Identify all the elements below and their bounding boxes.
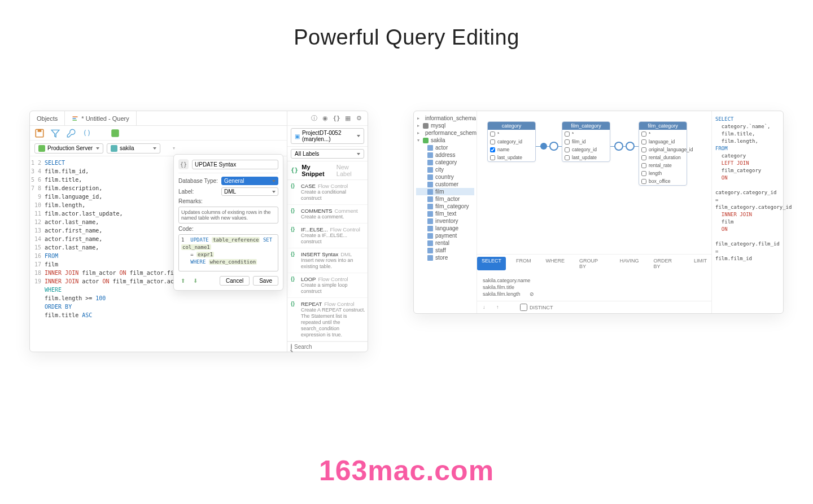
tree-db[interactable]: information_schema bbox=[416, 115, 474, 122]
tree-table[interactable]: country bbox=[416, 173, 474, 181]
tree-table[interactable]: staff bbox=[416, 247, 474, 254]
filter-icon[interactable] bbox=[50, 128, 60, 138]
search-row bbox=[287, 341, 368, 352]
snippet-item[interactable]: COMMENTSCommentCreate a comment. bbox=[287, 205, 368, 223]
relation bbox=[610, 144, 639, 148]
output-column[interactable]: sakila.category.name bbox=[483, 277, 706, 284]
tree-db[interactable]: performance_schema bbox=[416, 129, 474, 137]
braces-toggle-icon[interactable]: {} bbox=[333, 115, 340, 122]
remarks-label: Remarks: bbox=[178, 198, 219, 204]
tree-table[interactable]: payment bbox=[416, 232, 474, 239]
tab-label: * Untitled - Query bbox=[81, 115, 129, 122]
entity-table[interactable]: film_category*language_idoriginal_langua… bbox=[639, 121, 687, 186]
clause-tab[interactable]: FROM bbox=[512, 257, 536, 270]
output-column[interactable]: sakila.film.length ⊘ bbox=[483, 291, 706, 297]
tree-table[interactable]: address bbox=[416, 151, 474, 159]
db-type-select[interactable]: General bbox=[221, 177, 278, 185]
remove-icon[interactable]: ⊘ bbox=[530, 291, 535, 297]
tree-table[interactable]: city bbox=[416, 166, 474, 173]
tab-untitled-query[interactable]: * Untitled - Query bbox=[65, 111, 136, 125]
braces-icon[interactable]: () bbox=[82, 128, 92, 138]
clause-tab[interactable]: WHERE bbox=[541, 257, 570, 270]
clause-tab[interactable]: ORDER BY bbox=[649, 257, 684, 270]
info-icon[interactable]: ⓘ bbox=[310, 115, 318, 122]
label-select[interactable]: DML bbox=[221, 187, 278, 196]
tree-table[interactable]: film_category bbox=[416, 203, 474, 210]
search-input[interactable] bbox=[294, 344, 366, 350]
clause-tab[interactable]: HAVING bbox=[615, 257, 644, 270]
remarks-textarea[interactable]: Updates columns of existing rows in the … bbox=[178, 207, 278, 223]
export-icon[interactable]: ⬇ bbox=[191, 277, 200, 286]
save-button[interactable]: Save bbox=[253, 276, 278, 286]
snippet-panel: ⓘ ◉ {} ▦ ⚙ ▣ ProjectDT-0052 (marylen...)… bbox=[287, 111, 368, 352]
query-icon bbox=[72, 115, 78, 122]
connection-dropdown[interactable]: Production Server bbox=[34, 143, 103, 154]
server-icon bbox=[38, 145, 45, 152]
tree-table[interactable]: film_text bbox=[416, 210, 474, 217]
wrench-icon[interactable] bbox=[66, 128, 76, 138]
svg-rect-4 bbox=[38, 129, 42, 132]
tree-table[interactable]: inventory bbox=[416, 217, 474, 225]
new-label-link[interactable]: New Label bbox=[336, 164, 364, 177]
save-icon[interactable] bbox=[34, 128, 45, 138]
labels-dropdown[interactable]: All Labels bbox=[291, 149, 364, 159]
tree-table[interactable]: store bbox=[416, 254, 474, 261]
query-editor-window: Objects * Untitled - Query () Production… bbox=[29, 111, 368, 352]
label-label: Label: bbox=[178, 189, 219, 195]
output-column[interactable]: sakila.film.title bbox=[483, 284, 706, 291]
visual-query-builder-window: information_schemamysqlperformance_schem… bbox=[413, 111, 784, 314]
clause-tabs: SELECTFROMWHEREGROUP BYHAVINGORDER BYLIM… bbox=[477, 254, 711, 273]
snippets-icon[interactable] bbox=[110, 128, 120, 138]
braces-icon: {} bbox=[178, 159, 189, 169]
diagram-area[interactable]: category*category_idnamelast_updatefilm_… bbox=[477, 111, 711, 254]
snippet-item[interactable]: CASEFlow ControlCreate a conditional con… bbox=[287, 180, 368, 205]
tree-table[interactable]: category bbox=[416, 159, 474, 166]
gear-icon[interactable]: ⚙ bbox=[355, 115, 363, 122]
snippet-folder-icon: {} bbox=[291, 166, 298, 174]
schema-dropdown[interactable]: sakila bbox=[107, 143, 160, 154]
page-title: Powerful Query Editing bbox=[0, 25, 813, 50]
import-icon[interactable]: ⬆ bbox=[178, 277, 187, 286]
svg-rect-1 bbox=[73, 118, 76, 119]
tabs-row: Objects * Untitled - Query bbox=[30, 111, 287, 126]
project-dropdown[interactable]: ▣ ProjectDT-0052 (marylen...) bbox=[291, 128, 364, 144]
tab-objects[interactable]: Objects bbox=[30, 111, 65, 125]
tree-table[interactable]: actor bbox=[416, 144, 474, 151]
search-icon bbox=[291, 344, 292, 350]
tree-table[interactable]: rental bbox=[416, 239, 474, 247]
entity-table[interactable]: category*category_idnamelast_update bbox=[487, 121, 536, 162]
move-up-icon[interactable]: ↑ bbox=[496, 304, 503, 311]
tree-table[interactable]: film_actor bbox=[416, 195, 474, 203]
generated-sql: SELECT category.`name`, film.title, film… bbox=[712, 111, 783, 313]
bottom-toolbar: ↓ ↑ DISTINCT bbox=[477, 301, 711, 313]
clause-tab[interactable]: SELECT bbox=[477, 257, 506, 270]
tree-table[interactable]: customer bbox=[416, 181, 474, 188]
relation bbox=[536, 144, 562, 148]
schema-tree: information_schemamysqlperformance_schem… bbox=[414, 111, 477, 313]
toolbar: () bbox=[30, 126, 287, 141]
tree-table[interactable]: language bbox=[416, 225, 474, 232]
clause-tab[interactable]: GROUP BY bbox=[575, 257, 610, 270]
snippet-title-input[interactable] bbox=[192, 160, 278, 169]
snippet-item[interactable]: LOOPFlow ControlCreate a simple loop con… bbox=[287, 273, 368, 298]
output-columns: sakila.category.namesakila.film.titlesak… bbox=[477, 273, 711, 301]
tree-table[interactable]: film bbox=[416, 188, 474, 195]
svg-rect-5 bbox=[111, 129, 119, 137]
cancel-button[interactable]: Cancel bbox=[220, 276, 250, 286]
code-textarea[interactable]: 1 UPDATE table_reference SET col_name1 =… bbox=[178, 234, 278, 271]
eye-icon[interactable]: ◉ bbox=[321, 115, 329, 122]
grid-icon[interactable]: ▦ bbox=[344, 115, 352, 122]
snippet-item[interactable]: INSERT SyntaxDMLInsert new rows into an … bbox=[287, 248, 368, 273]
database-icon bbox=[111, 145, 117, 152]
clause-tab[interactable]: LIMIT bbox=[689, 257, 711, 270]
snippet-item[interactable]: IF...ELSE...Flow ControlCreate a IF...EL… bbox=[287, 223, 368, 248]
code-label: Code: bbox=[178, 226, 219, 232]
entity-table[interactable]: film_category*film_idcategory_idlast_upd… bbox=[562, 121, 610, 162]
distinct-checkbox[interactable]: DISTINCT bbox=[520, 304, 553, 311]
watermark: 163mac.com bbox=[319, 454, 494, 487]
snippet-item[interactable]: REPEATFlow ControlCreate A REPEAT constr… bbox=[287, 298, 368, 341]
snippet-editor-popup: {} Database Type: General Label: DML Rem… bbox=[173, 154, 283, 291]
tree-db[interactable]: mysql bbox=[416, 122, 474, 129]
move-down-icon[interactable]: ↓ bbox=[483, 304, 489, 311]
tree-db-open[interactable]: sakila bbox=[416, 137, 474, 144]
